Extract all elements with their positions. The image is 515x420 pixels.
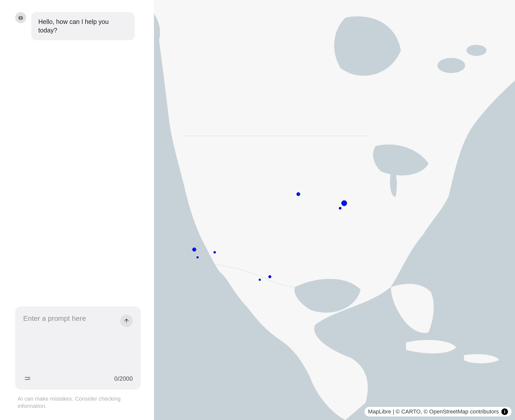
map-marker-arizona-area[interactable] <box>213 251 216 254</box>
map-marker-inland-ca[interactable] <box>197 256 199 259</box>
map-marker-northeast-large[interactable] <box>341 200 347 206</box>
svg-point-0 <box>20 18 20 19</box>
attribution-separator: | <box>391 408 396 415</box>
assistant-message-text: Hello, how can I help you today? <box>38 18 109 34</box>
contributors-text: contributors <box>468 408 499 415</box>
chat-panel: Hello, how can I help you today? <box>0 0 154 420</box>
sliders-icon <box>24 375 31 382</box>
assistant-avatar <box>15 12 26 23</box>
maplibre-link[interactable]: MapLibre <box>368 408 391 415</box>
map-marker-los-angeles-area[interactable] <box>192 248 196 252</box>
assistant-message-bubble: Hello, how can I help you today? <box>31 12 135 40</box>
arrow-up-icon <box>123 318 130 324</box>
robot-icon <box>18 15 24 21</box>
map-marker-houston-area[interactable] <box>268 275 271 278</box>
chat-spacer <box>15 40 141 306</box>
osm-link[interactable]: © OpenStreetMap <box>424 408 468 415</box>
markers-layer <box>154 0 515 420</box>
char-counter: 0/2000 <box>114 375 133 382</box>
chat-messages: Hello, how can I help you today? <box>15 12 141 40</box>
map-panel[interactable]: MapLibre | © CARTO, © OpenStreetMap cont… <box>154 0 515 420</box>
send-button[interactable] <box>120 314 133 327</box>
carto-link[interactable]: © CARTO <box>396 408 421 415</box>
svg-point-1 <box>21 18 22 19</box>
composer: 0/2000 <box>15 306 141 390</box>
assistant-message-row: Hello, how can I help you today? <box>15 12 141 40</box>
info-icon[interactable]: i <box>501 408 508 415</box>
map-attribution: MapLibre | © CARTO, © OpenStreetMap cont… <box>365 407 511 416</box>
ai-disclaimer: AI can make mistakes. Consider checking … <box>15 395 141 410</box>
map-marker-northeast-small[interactable] <box>339 207 342 210</box>
prompt-input[interactable] <box>23 314 118 355</box>
composer-top <box>23 314 133 355</box>
composer-bottom: 0/2000 <box>23 374 133 383</box>
map-marker-chicago-area[interactable] <box>297 192 300 196</box>
composer-settings-button[interactable] <box>23 374 32 383</box>
map-marker-south-texas[interactable] <box>259 278 261 281</box>
